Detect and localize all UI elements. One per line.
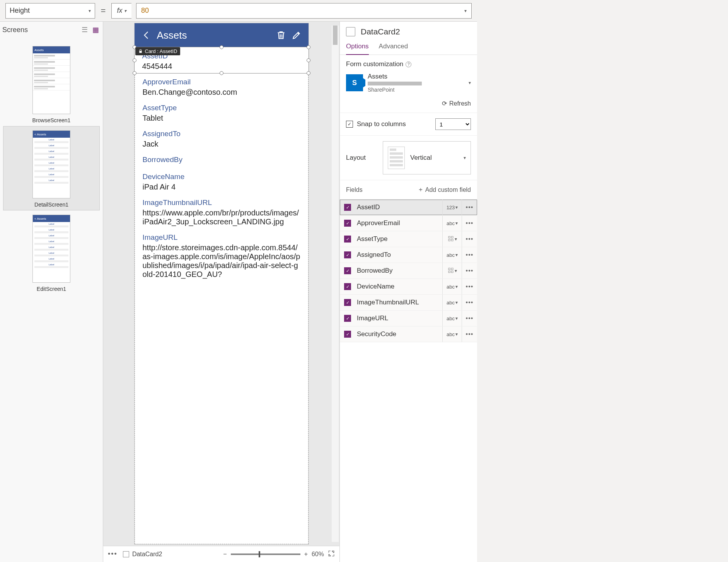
snap-checkbox[interactable]: ✓: [346, 121, 353, 128]
resize-handle[interactable]: [307, 45, 310, 49]
resize-handle[interactable]: [307, 58, 310, 62]
resize-handle[interactable]: [220, 45, 223, 49]
screen-thumbnail[interactable]: < AssetsLabelLabelLabelLabelLabelLabelLa…: [3, 210, 100, 295]
chevron-down-icon: ▾: [469, 80, 471, 85]
list-view-icon[interactable]: ☰: [82, 26, 88, 34]
add-custom-field-button[interactable]: ＋ Add custom field: [418, 186, 471, 194]
equals-icon: =: [100, 6, 107, 16]
field-name: ImageURL: [355, 314, 442, 322]
edit-icon[interactable]: [292, 30, 302, 40]
fit-to-screen-icon[interactable]: [328, 550, 335, 559]
screen-thumbnail[interactable]: AssetsBrowseScreen1: [3, 42, 100, 126]
data-card[interactable]: ApproverEmailBen.Change@contoso.com: [135, 73, 308, 99]
field-more-button[interactable]: •••: [462, 311, 477, 326]
help-icon[interactable]: ?: [406, 61, 411, 67]
data-card[interactable]: AssignedToJack: [135, 125, 308, 151]
field-row[interactable]: ✓ ApproverEmail abc ▾ •••: [340, 215, 477, 231]
field-checkbox[interactable]: ✓: [340, 267, 355, 274]
form-body[interactable]: ApproverEmailBen.Change@contoso.comAsset…: [135, 73, 309, 544]
zoom-in-button[interactable]: +: [304, 551, 308, 558]
field-name: AssetType: [355, 235, 442, 243]
data-card[interactable]: ImageURLhttp://store.storeimages.cdn-app…: [135, 229, 308, 281]
field-checkbox[interactable]: ✓: [340, 299, 355, 306]
vertical-scrollbar[interactable]: [332, 26, 339, 542]
tab-options[interactable]: Options: [346, 40, 369, 55]
field-more-button[interactable]: •••: [462, 263, 477, 278]
field-type-selector[interactable]: abc ▾: [442, 247, 462, 263]
data-card[interactable]: BorrowedBy: [135, 151, 308, 168]
field-type-selector[interactable]: abc ▾: [442, 295, 462, 310]
grid-view-icon[interactable]: ▦: [92, 26, 99, 34]
field-row[interactable]: ✓ DeviceName abc ▾ •••: [340, 279, 477, 295]
field-more-button[interactable]: •••: [462, 326, 477, 342]
data-card[interactable]: AssetTypeTablet: [135, 99, 308, 125]
columns-select[interactable]: 1: [435, 118, 471, 130]
card-label: BorrowedBy: [143, 155, 300, 164]
field-row[interactable]: ✓ ImageThumbnailURL abc ▾ •••: [340, 295, 477, 311]
field-type-selector[interactable]: 123 ▾: [442, 200, 462, 215]
field-row[interactable]: ✓ ImageURL abc ▾ •••: [340, 311, 477, 326]
field-type-selector[interactable]: abc ▾: [442, 311, 462, 326]
back-icon[interactable]: [142, 30, 152, 40]
data-card[interactable]: DeviceNameiPad Air 4: [135, 168, 308, 194]
field-type-selector[interactable]: abc ▾: [442, 215, 462, 231]
formula-input[interactable]: 80 ▾: [136, 3, 472, 19]
delete-icon[interactable]: [276, 30, 286, 40]
field-type-selector[interactable]: ▾: [442, 263, 462, 278]
field-type-selector[interactable]: abc ▾: [442, 326, 462, 342]
field-more-button[interactable]: •••: [462, 247, 477, 263]
form-customization-label: Form customization: [346, 60, 403, 68]
field-checkbox[interactable]: ✓: [340, 204, 355, 211]
data-card[interactable]: ImageThumbnailURLhttps://www.apple.com/b…: [135, 194, 308, 229]
field-more-button[interactable]: •••: [462, 295, 477, 310]
fx-button[interactable]: fx ▾: [111, 3, 131, 19]
field-row[interactable]: ✓ AssignedTo abc ▾ •••: [340, 247, 477, 263]
field-name: ImageThumbnailURL: [355, 299, 442, 306]
field-checkbox[interactable]: ✓: [340, 236, 355, 243]
field-checkbox[interactable]: ✓: [340, 331, 355, 338]
field-name: BorrowedBy: [355, 267, 442, 275]
field-row[interactable]: ✓ SecurityCode abc ▾ •••: [340, 326, 477, 342]
field-checkbox[interactable]: ✓: [340, 220, 355, 227]
zoom-level: 60%: [312, 551, 324, 558]
thumbnail-name: BrowseScreen1: [15, 117, 88, 123]
resize-handle[interactable]: [307, 71, 310, 75]
field-checkbox[interactable]: ✓: [340, 251, 355, 258]
field-checkbox[interactable]: ✓: [340, 315, 355, 322]
resize-handle[interactable]: [220, 71, 223, 75]
field-more-button[interactable]: •••: [462, 231, 477, 247]
field-type-selector[interactable]: ▾: [442, 231, 462, 247]
resize-handle[interactable]: [133, 58, 136, 62]
property-selector[interactable]: Height ▾: [5, 3, 95, 19]
app-header: Assets: [135, 23, 309, 47]
phone-preview[interactable]: Assets Card : AssetID: [135, 23, 309, 544]
zoom-slider[interactable]: [231, 553, 300, 555]
lock-icon: [138, 49, 143, 53]
card-label: ImageThumbnailURL: [143, 198, 300, 207]
datasource-selector[interactable]: S Assets SharePoint ▾: [346, 73, 471, 93]
layout-selector[interactable]: Vertical ▾: [383, 141, 471, 174]
card-value: https://www.apple.com/br/pr/products/ima…: [143, 208, 300, 226]
field-type-selector[interactable]: abc ▾: [442, 279, 462, 294]
tab-advanced[interactable]: Advanced: [379, 40, 408, 55]
card-label: AssetType: [143, 104, 300, 112]
screen-thumbnail[interactable]: < AssetsLabelLabelLabelLabelLabelLabelLa…: [3, 126, 100, 210]
canvas-area: Assets Card : AssetID: [103, 22, 339, 562]
field-more-button[interactable]: •••: [462, 279, 477, 294]
field-more-button[interactable]: •••: [462, 200, 477, 215]
screens-panel: Screens ☰ ▦ AssetsBrowseScreen1< AssetsL…: [0, 22, 103, 562]
formula-value: 80: [141, 7, 149, 15]
field-row[interactable]: ✓ AssetType ▾ •••: [340, 231, 477, 247]
field-row[interactable]: ✓ AssetID 123 ▾ •••: [340, 200, 477, 215]
thumbnail-name: EditScreen1: [15, 286, 88, 292]
zoom-out-button[interactable]: −: [223, 551, 227, 558]
field-more-button[interactable]: •••: [462, 215, 477, 231]
more-icon[interactable]: •••: [108, 550, 118, 558]
card-label: ApproverEmail: [143, 78, 300, 86]
resize-handle[interactable]: [133, 71, 136, 75]
breadcrumb[interactable]: DataCard2: [123, 551, 162, 558]
field-checkbox[interactable]: ✓: [340, 283, 355, 290]
svg-rect-2: [448, 239, 450, 241]
refresh-button[interactable]: ⟳ Refresh: [346, 100, 471, 107]
field-row[interactable]: ✓ BorrowedBy ▾ •••: [340, 263, 477, 279]
